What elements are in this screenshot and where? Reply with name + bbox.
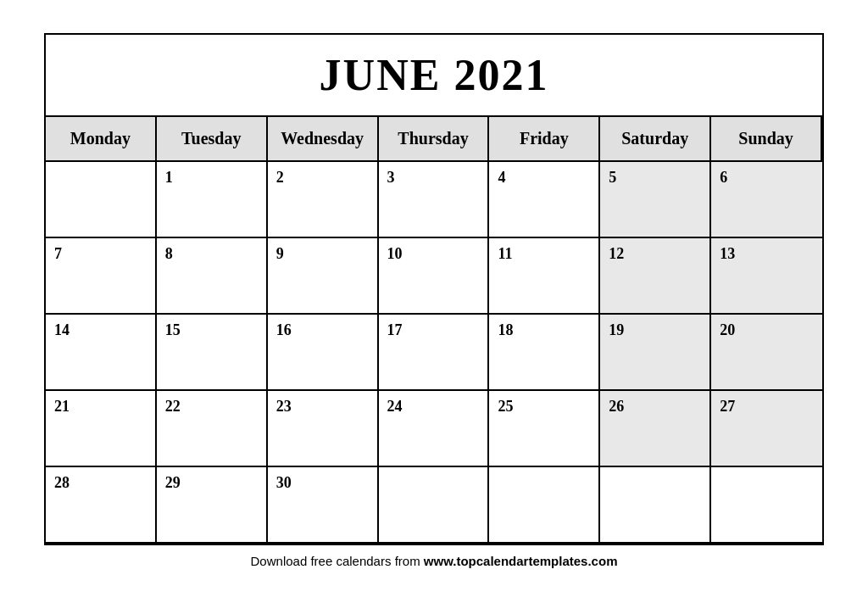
calendar-container: JUNE 2021 MondayTuesdayWednesdayThursday… — [44, 33, 824, 545]
day-cell-25: 25 — [489, 391, 600, 467]
day-cell-26: 26 — [600, 391, 711, 467]
calendar-title: JUNE 2021 — [46, 35, 822, 117]
day-cell-empty — [711, 467, 822, 544]
calendar-grid: MondayTuesdayWednesdayThursdayFridaySatu… — [46, 117, 822, 544]
day-cell-18: 18 — [489, 315, 600, 391]
day-cell-empty — [379, 467, 490, 544]
day-cell-2: 2 — [268, 162, 379, 238]
day-cell-empty — [600, 467, 711, 544]
day-cell-4: 4 — [489, 162, 600, 238]
day-cell-23: 23 — [268, 391, 379, 467]
footer-link[interactable]: www.topcalendartemplates.com — [424, 554, 618, 568]
day-cell-12: 12 — [600, 238, 711, 315]
day-cell-9: 9 — [268, 238, 379, 315]
day-header-thursday: Thursday — [379, 117, 490, 162]
calendar-footer: Download free calendars from www.topcale… — [44, 545, 824, 572]
day-cell-11: 11 — [489, 238, 600, 315]
day-header-sunday: Sunday — [711, 117, 822, 162]
day-cell-15: 15 — [157, 315, 268, 391]
day-cell-3: 3 — [379, 162, 490, 238]
day-cell-28: 28 — [46, 467, 157, 544]
day-cell-13: 13 — [711, 238, 822, 315]
day-cell-19: 19 — [600, 315, 711, 391]
day-header-saturday: Saturday — [600, 117, 711, 162]
day-cell-21: 21 — [46, 391, 157, 467]
day-cell-10: 10 — [379, 238, 490, 315]
day-cell-16: 16 — [268, 315, 379, 391]
day-cell-17: 17 — [379, 315, 490, 391]
day-cell-14: 14 — [46, 315, 157, 391]
day-cell-22: 22 — [157, 391, 268, 467]
day-cell-27: 27 — [711, 391, 822, 467]
day-cell-6: 6 — [711, 162, 822, 238]
day-cell-5: 5 — [600, 162, 711, 238]
day-cell-7: 7 — [46, 238, 157, 315]
day-cell-30: 30 — [268, 467, 379, 544]
day-cell-20: 20 — [711, 315, 822, 391]
day-header-tuesday: Tuesday — [157, 117, 268, 162]
day-cell-empty — [46, 162, 157, 238]
day-header-wednesday: Wednesday — [268, 117, 379, 162]
calendar-wrapper: JUNE 2021 MondayTuesdayWednesdayThursday… — [19, 16, 849, 598]
day-cell-1: 1 — [157, 162, 268, 238]
footer-text: Download free calendars from — [251, 554, 424, 568]
day-cell-empty — [489, 467, 600, 544]
day-header-monday: Monday — [46, 117, 157, 162]
day-header-friday: Friday — [489, 117, 600, 162]
day-cell-29: 29 — [157, 467, 268, 544]
day-cell-24: 24 — [379, 391, 490, 467]
day-cell-8: 8 — [157, 238, 268, 315]
